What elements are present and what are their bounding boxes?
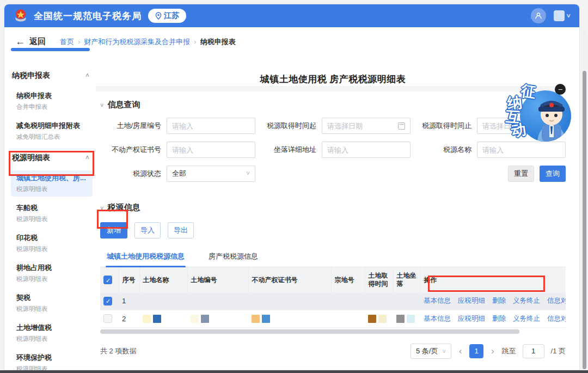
item-title: 纳税申报表: [16, 91, 89, 101]
row-index: 2: [119, 310, 139, 327]
terminate-link[interactable]: 义务终止: [513, 296, 540, 305]
compare-link[interactable]: 信息对比: [547, 314, 566, 323]
scrollbar-thumb[interactable]: [100, 329, 519, 334]
calendar-icon: [553, 123, 560, 130]
breadcrumb-home[interactable]: 首页: [60, 37, 74, 47]
back-arrow-icon[interactable]: ←: [15, 36, 25, 47]
delete-link[interactable]: 删除: [492, 296, 506, 305]
reset-button[interactable]: 重置: [508, 166, 534, 182]
redacted-value: [368, 310, 390, 327]
item-title: 车船税: [16, 203, 89, 213]
field-cert-no: 不动产权证书号: [100, 142, 255, 158]
row-checkbox[interactable]: [103, 297, 112, 305]
back-button[interactable]: 返回: [29, 36, 46, 47]
source-section-header[interactable]: ˅ 税源信息: [100, 203, 566, 213]
sidebar-group-header[interactable]: 税源明细表 ˄: [11, 153, 94, 163]
selected-value: 全部: [172, 169, 243, 179]
pagination: 5 条/页 ˅ ‹ 1 › 跳至 /1 页: [411, 344, 566, 359]
redacted-value: [396, 310, 417, 327]
sidebar-item-tudi-zengzhishui[interactable]: 土地增值税 税源明细表: [11, 320, 93, 346]
field-label: 税源取得时间起: [255, 121, 316, 131]
compare-link[interactable]: 信息对比: [547, 296, 566, 305]
active-tab-indicator: [11, 48, 90, 51]
select-all-checkbox[interactable]: [103, 276, 112, 284]
date-input[interactable]: [482, 122, 550, 130]
tab-property-tax[interactable]: 房产税税源信息: [207, 247, 259, 267]
taxable-detail-link[interactable]: 应税明细: [458, 296, 485, 305]
item-subtitle: 减免明细汇总表: [16, 133, 89, 141]
sidebar-item-yinhuashui[interactable]: 印花税 税源明细表: [11, 230, 93, 256]
sidebar-item-qishui[interactable]: 契税 税源明细表: [11, 290, 93, 316]
minimize-widget-button[interactable]: −: [555, 84, 566, 95]
text-input[interactable]: [172, 122, 250, 130]
acquire-to-datepicker[interactable]: [477, 118, 566, 134]
user-avatar[interactable]: [531, 8, 546, 23]
vertical-scrollbar-thumb[interactable]: [583, 71, 586, 369]
search-button[interactable]: 查询: [540, 166, 566, 182]
field-acquire-to: 税源取得时间止: [411, 118, 566, 134]
import-button[interactable]: 导入: [134, 222, 161, 239]
sidebar-item-chengzhen-tudi[interactable]: 城镇土地使用税、房... 税源明细表: [11, 170, 93, 197]
chevron-down-icon: ˅: [566, 12, 571, 20]
text-input[interactable]: [172, 146, 250, 154]
horizontal-scrollbar[interactable]: [100, 329, 566, 334]
company-menu[interactable]: ˅: [554, 10, 571, 21]
sidebar: 纳税申报表 ˄ 纳税申报表 合并申报表 减免税明细申报附表 减免明细汇总表 税源…: [4, 54, 96, 370]
item-title: 印花税: [16, 233, 89, 243]
table-row: 1 基本信息 应税明细 删除 义务终止 信息对比 i: [100, 292, 566, 310]
source-name-input[interactable]: [477, 142, 566, 158]
total-count: 共 2 项数据: [100, 346, 136, 356]
terminate-link[interactable]: 义务终止: [513, 314, 540, 323]
field-label: 税源状态: [100, 169, 161, 179]
taxable-detail-link[interactable]: 应税明细: [458, 314, 485, 323]
acquire-from-datepicker[interactable]: [322, 118, 411, 134]
basic-info-link[interactable]: 基本信息: [424, 296, 451, 305]
field-acquire-from: 税源取得时间起: [255, 118, 411, 134]
row-index: 1: [119, 292, 139, 310]
page-size-value: 5 条/页: [416, 346, 438, 356]
chevron-down-icon: ˅: [442, 348, 445, 354]
redacted-value: [143, 310, 184, 327]
address-input[interactable]: [322, 142, 411, 158]
minus-icon: −: [558, 85, 562, 93]
query-section-header[interactable]: ˅ 信息查询: [100, 100, 566, 110]
prev-page-button[interactable]: ‹: [458, 346, 463, 356]
region-selector[interactable]: 江苏: [148, 9, 186, 23]
item-subtitle: 税源明细表: [16, 275, 89, 283]
text-input[interactable]: [482, 146, 560, 154]
next-page-button[interactable]: ›: [490, 346, 495, 356]
field-label: 税源名称: [411, 145, 471, 155]
col-acquire-time: 土地取得时间: [365, 267, 393, 292]
breadcrumb-parent[interactable]: 财产和行为税税源采集及合并申报: [84, 37, 190, 47]
sidebar-group-tax-sources: 税源明细表 ˄ 城镇土地使用税、房... 税源明细表 车船税 税源明细表 印花税…: [11, 153, 94, 373]
current-page-button[interactable]: 1: [469, 344, 483, 358]
cert-no-input[interactable]: [167, 142, 255, 158]
date-input[interactable]: [327, 122, 395, 130]
page-size-select[interactable]: 5 条/页 ˅: [411, 344, 451, 359]
group-label: 纳税申报表: [12, 71, 50, 81]
redacted-value: [191, 310, 245, 327]
text-input[interactable]: [327, 146, 405, 154]
col-parcel-no: 宗地号: [331, 267, 365, 292]
jump-page-input[interactable]: [523, 344, 544, 358]
basic-info-link[interactable]: 基本信息: [424, 314, 451, 323]
export-button[interactable]: 导出: [168, 222, 194, 239]
sidebar-item-jianmianshui-fubiao[interactable]: 减免税明细申报附表 减免明细汇总表: [11, 118, 93, 144]
table-header-row: 序号 土地名称 土地编号 不动产权证书号 宗地号 土地取得时间 土地坐落 操作: [100, 267, 566, 292]
sidebar-item-gengdi-zhanyongshui[interactable]: 耕地占用税 税源明细表: [11, 260, 93, 286]
tab-land-use-tax[interactable]: 城镇土地使用税税源信息: [106, 247, 186, 267]
sidebar-item-chechuanshui[interactable]: 车船税 税源明细表: [11, 200, 93, 227]
query-section: ˅ 信息查询 土地/房屋编号 税源取得时间起: [100, 100, 566, 182]
item-title: 城镇土地使用税、房...: [16, 173, 89, 183]
land-no-input[interactable]: [167, 118, 255, 134]
field-label: 税源取得时间止: [411, 121, 471, 131]
sidebar-item-huanjing-baohushui[interactable]: 环境保护税 税源明细表: [11, 350, 93, 373]
row-checkbox[interactable]: [103, 314, 112, 323]
sidebar-item-nashui-shenbaobiao[interactable]: 纳税申报表 合并申报表: [11, 88, 93, 114]
delete-link[interactable]: 删除: [492, 314, 506, 323]
table-row: 2 基本信息 应税明细 删除: [100, 310, 566, 327]
status-select[interactable]: 全部 ˅: [167, 166, 255, 182]
add-button[interactable]: 新增: [100, 222, 127, 239]
sidebar-group-header[interactable]: 纳税申报表 ˄: [11, 71, 94, 81]
company-badge: [554, 10, 565, 21]
